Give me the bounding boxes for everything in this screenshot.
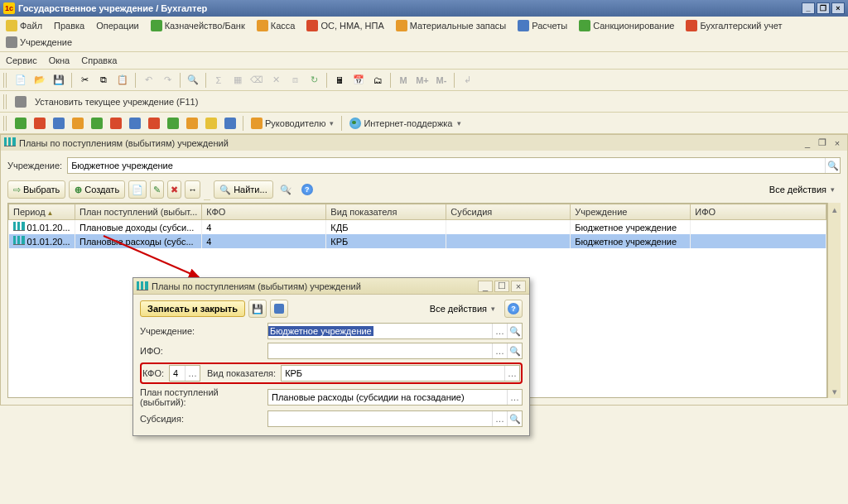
dlg-ifo-field[interactable]: … 🔍 [267, 343, 523, 359]
dialog-help-button[interactable]: ? [504, 300, 523, 318]
minimize-button[interactable]: _ [802, 2, 815, 14]
tb-ext-4[interactable]: ✕ [267, 72, 284, 89]
dialog-minimize[interactable]: _ [478, 281, 493, 292]
menu-treasury[interactable]: Казначейство/Банк [148, 18, 248, 33]
sec-8[interactable] [146, 115, 162, 132]
manager-menu[interactable]: Руководителю [248, 116, 337, 131]
dialog-all-actions[interactable]: Все действия [424, 300, 501, 318]
dlg-plan-input[interactable] [268, 392, 507, 402]
dlg-org-field[interactable]: Бюджетное учреждение … 🔍 [267, 323, 523, 339]
open-button[interactable]: 📂 [31, 72, 48, 89]
all-actions-menu[interactable]: Все действия [764, 180, 841, 199]
dlg-ifo-input[interactable] [268, 346, 492, 356]
m-button[interactable]: M [395, 72, 412, 89]
menu-os[interactable]: ОС, НМА, НПА [304, 18, 386, 33]
sec-9[interactable] [165, 115, 181, 132]
dialog-maximize[interactable]: ☐ [494, 281, 509, 292]
dialog-save-button[interactable]: 💾 [248, 300, 267, 318]
table-row[interactable]: 01.01.20... Плановые доходы (субси... 4 … [9, 220, 826, 235]
menu-calc[interactable]: Расчеты [515, 18, 570, 33]
close-button[interactable]: × [831, 2, 845, 14]
create-button[interactable]: ⊕Создать [69, 180, 125, 199]
dlg-sub-search[interactable]: 🔍 [507, 411, 522, 426]
subwindow-minimize[interactable]: _ [801, 137, 814, 149]
dlg-kfo-input[interactable] [170, 368, 185, 378]
dlg-plan-field[interactable]: … [267, 389, 523, 406]
tb-ext-2[interactable]: ▦ [229, 72, 246, 89]
scroll-up-button[interactable]: ▴ [828, 203, 841, 216]
paste-button[interactable]: 📋 [114, 72, 131, 89]
sec-1[interactable] [12, 115, 29, 132]
help-button[interactable]: ? [298, 180, 316, 199]
redo-button[interactable]: ↷ [159, 72, 176, 89]
sec-7[interactable] [127, 115, 143, 132]
refresh-list-button[interactable]: ↔ [185, 180, 200, 199]
dlg-vid-input[interactable] [282, 368, 504, 378]
tb-ext-6[interactable]: 🗂 [369, 72, 386, 89]
tb-ext-1[interactable]: Σ [210, 72, 227, 89]
find-list-button[interactable]: 🔍Найти... [214, 180, 273, 199]
undo-button[interactable]: ↶ [140, 72, 157, 89]
new-doc-button[interactable]: 📄 [12, 72, 29, 89]
sec-6[interactable] [108, 115, 124, 132]
table-row[interactable]: 01.01.20... Плановые расходы (субс... 4 … [9, 234, 826, 248]
delete-row-button[interactable]: ✖ [167, 180, 181, 199]
subwindow-restore[interactable]: ❐ [816, 137, 829, 149]
menu-windows[interactable]: Окна [46, 54, 73, 67]
subwindow-close[interactable]: × [831, 137, 844, 149]
menu-account[interactable]: Бухгалтерский учет [683, 18, 784, 33]
dialog-close[interactable]: × [511, 281, 526, 292]
find-button[interactable]: 🔍 [185, 72, 201, 89]
col-plan[interactable]: План поступлений (выбыт... [75, 204, 202, 220]
m-minus-button[interactable]: M- [433, 72, 450, 89]
sec-4[interactable] [70, 115, 86, 132]
menu-help[interactable]: Справка [79, 54, 119, 67]
copy-button[interactable]: ⧉ [95, 72, 112, 89]
dlg-sub-field[interactable]: … 🔍 [267, 410, 523, 427]
calendar-button[interactable]: 📅 [350, 72, 367, 89]
refresh-button[interactable]: ↻ [306, 72, 322, 89]
org-field[interactable]: 🔍 [67, 157, 841, 174]
tb-ext-3[interactable]: ⌫ [248, 72, 265, 89]
dlg-plan-pick[interactable]: … [507, 390, 522, 405]
menu-file[interactable]: Файл [3, 18, 45, 33]
clear-filter-button[interactable]: 🔍̷ [277, 180, 295, 199]
save-button[interactable]: 💾 [51, 72, 67, 89]
dlg-vid-pick[interactable]: … [504, 366, 519, 381]
menu-org[interactable]: Учреждение [3, 35, 75, 50]
menu-edit[interactable]: Правка [51, 19, 87, 32]
sec-12[interactable] [222, 115, 238, 132]
sec-11[interactable] [203, 115, 219, 132]
col-kfo[interactable]: КФО [202, 204, 326, 220]
col-org[interactable]: Учреждение [571, 204, 691, 220]
scroll-down-button[interactable]: ▾ [828, 385, 841, 398]
sec-2[interactable] [31, 115, 48, 132]
dlg-ifo-pick[interactable]: … [492, 343, 507, 358]
dlg-org-search[interactable]: 🔍 [507, 324, 522, 338]
sec-10[interactable] [184, 115, 200, 132]
org-search-button[interactable]: 🔍 [825, 158, 840, 173]
edit-row-button[interactable]: ✎ [150, 180, 164, 199]
calculator-button[interactable]: 🖩 [331, 72, 348, 89]
save-close-button[interactable]: Записать и закрыть [140, 300, 245, 317]
grid-scrollbar[interactable]: ▴ ▾ [827, 203, 841, 398]
m-plus-button[interactable]: M+ [414, 72, 431, 89]
menu-materials[interactable]: Материальные запасы [393, 18, 509, 33]
menu-service[interactable]: Сервис [3, 54, 40, 67]
col-period[interactable]: Период▲ [9, 204, 75, 220]
set-org-button[interactable]: Установить текущее учреждение (F11) [31, 95, 201, 108]
menu-operations[interactable]: Операции [94, 19, 141, 32]
tb-ext-5[interactable]: ⧈ [287, 72, 303, 89]
sec-3[interactable] [51, 115, 67, 132]
col-ifo[interactable]: ИФО [691, 204, 826, 220]
dlg-org-pick[interactable]: … [492, 324, 507, 338]
col-vid[interactable]: Вид показателя [326, 204, 446, 220]
dlg-sub-input[interactable] [268, 414, 492, 424]
dlg-ifo-search[interactable]: 🔍 [507, 343, 522, 358]
tb-ext-8[interactable]: ↲ [459, 72, 475, 89]
dlg-kfo-pick[interactable]: … [185, 366, 200, 381]
copy-row-button[interactable]: 📄 [128, 180, 147, 199]
dlg-vid-field[interactable]: … [281, 365, 520, 382]
dlg-kfo-field[interactable]: … [169, 365, 200, 382]
sec-5[interactable] [89, 115, 105, 132]
